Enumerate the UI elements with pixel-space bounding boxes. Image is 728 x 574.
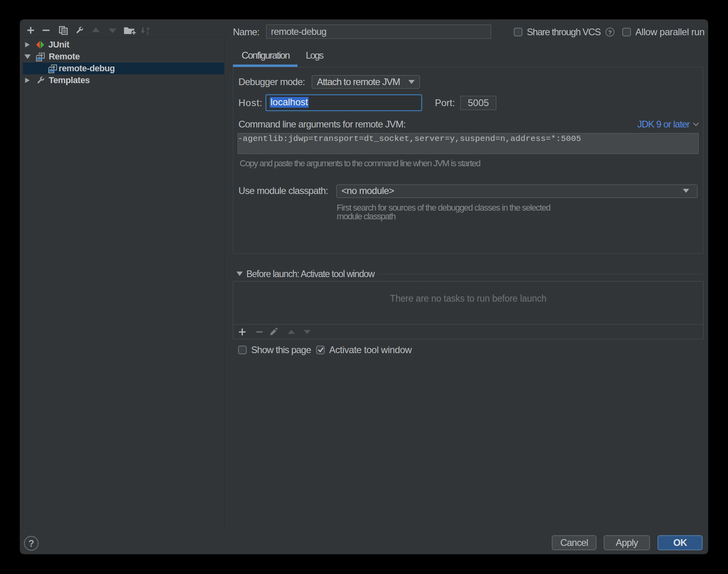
svg-text:?: ? (608, 29, 612, 36)
svg-text:?: ? (29, 538, 34, 549)
svg-text:z: z (147, 30, 149, 35)
